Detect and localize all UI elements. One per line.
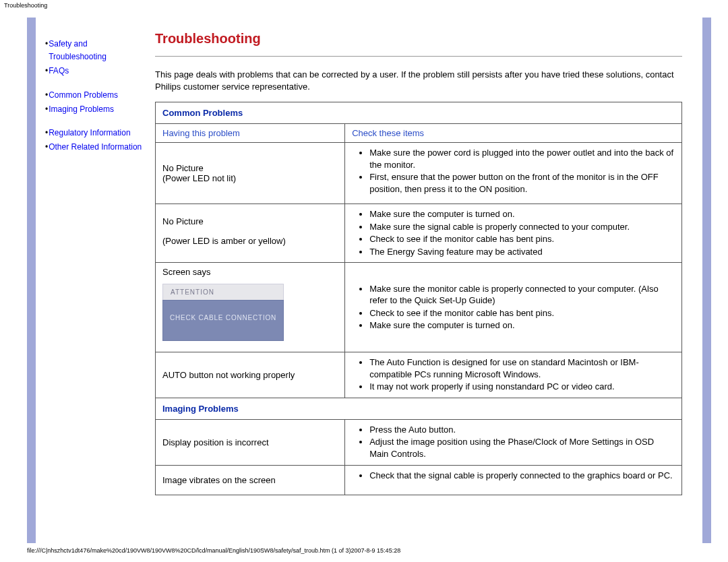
check-cell: The Auto Function is designed for use on… — [345, 352, 682, 398]
check-cell: Make sure the computer is turned on. Mak… — [345, 204, 682, 263]
check-cell: Press the Auto button. Adjust the image … — [345, 419, 682, 465]
table-row: Screen says ATTENTION CHECK CABLE CONNEC… — [156, 263, 682, 352]
problem-cell: No Picture (Power LED not lit) — [156, 143, 345, 204]
sidebar-link-regulatory[interactable]: Regulatory Information — [49, 127, 130, 139]
page-wrap: • Safety and Troubleshooting • FAQs • Co… — [0, 11, 728, 554]
check-item: The Auto Function is designed for use on… — [369, 356, 675, 380]
sidebar-item-regulatory[interactable]: • Regulatory Information — [45, 127, 144, 139]
header-right: Check these items — [345, 124, 682, 143]
problem-cell: Image vibrates on the screen — [156, 465, 345, 495]
check-item: It may not work properly if using nonsta… — [369, 381, 675, 393]
check-cell: Check that the signal cable is properly … — [345, 465, 682, 495]
problem-text: Screen says — [162, 267, 338, 277]
section-row-imaging: Imaging Problems — [156, 398, 682, 419]
check-item: Press the Auto button. — [369, 424, 675, 436]
check-item: First, ensure that the power button on t… — [369, 171, 675, 195]
problem-text: No Picture — [162, 216, 338, 226]
table-row: No Picture (Power LED is amber or yellow… — [156, 204, 682, 263]
sidebar-item-safety[interactable]: • Safety and Troubleshooting — [45, 38, 144, 63]
problem-cell: Display position is incorrect — [156, 419, 345, 465]
check-cell: Make sure the monitor cable is properly … — [345, 263, 682, 352]
problem-text: (Power LED is amber or yellow) — [162, 236, 338, 246]
sidebar-item-other[interactable]: • Other Related Information — [45, 141, 144, 154]
check-item: Make sure the monitor cable is properly … — [369, 283, 675, 307]
check-item: Check to see if the monitor cable has be… — [369, 233, 675, 245]
check-item: Check to see if the monitor cable has be… — [369, 307, 675, 319]
problem-text: (Power LED not lit) — [162, 173, 338, 183]
attention-box: ATTENTION CHECK CABLE CONNECTION — [162, 284, 284, 341]
section-common: Common Problems — [156, 102, 682, 124]
content-frame: • Safety and Troubleshooting • FAQs • Co… — [27, 18, 711, 543]
table-row: Image vibrates on the screen Check that … — [156, 465, 682, 495]
sidebar-item-common[interactable]: • Common Problems — [45, 89, 144, 102]
check-item: Make sure the computer is turned on. — [369, 208, 675, 220]
sidebar-link-common[interactable]: Common Problems — [49, 89, 118, 102]
sidebar-link-other[interactable]: Other Related Information — [49, 141, 142, 154]
problem-cell: Screen says ATTENTION CHECK CABLE CONNEC… — [156, 263, 345, 352]
table-row: No Picture (Power LED not lit) Make sure… — [156, 143, 682, 204]
table-row: AUTO button not working properly The Aut… — [156, 352, 682, 398]
sidebar: • Safety and Troubleshooting • FAQs • Co… — [36, 18, 148, 543]
sidebar-item-faqs[interactable]: • FAQs — [45, 65, 144, 77]
check-item: Check that the signal cable is properly … — [369, 470, 675, 482]
check-item: Make sure the power cord is plugged into… — [369, 147, 675, 170]
problem-text: AUTO button not working properly — [162, 370, 338, 380]
top-label: Troubleshooting — [0, 0, 728, 11]
check-item: Make sure the signal cable is properly c… — [369, 221, 675, 233]
check-item: Adjust the image position using the Phas… — [369, 436, 675, 460]
divider — [155, 56, 682, 57]
attention-label: ATTENTION — [162, 284, 284, 300]
table-row: Display position is incorrect Press the … — [156, 419, 682, 465]
check-item: The Energy Saving feature may be activat… — [369, 246, 675, 258]
sidebar-link-faqs[interactable]: FAQs — [49, 65, 69, 77]
footer-path: file:///C|nhszhctv1dt476/make%20cd/190VW… — [27, 543, 711, 554]
check-item: Make sure the computer is turned on. — [369, 319, 675, 332]
sidebar-item-imaging[interactable]: • Imaging Problems — [45, 103, 144, 116]
troubleshooting-table: Common Problems Having this problem Chec… — [155, 102, 682, 495]
problem-text: Display position is incorrect — [162, 437, 338, 447]
problem-cell: No Picture (Power LED is amber or yellow… — [156, 204, 345, 263]
header-row: Having this problem Check these items — [156, 124, 682, 143]
section-imaging: Imaging Problems — [156, 398, 682, 419]
section-row-common: Common Problems — [156, 102, 682, 124]
problem-cell: AUTO button not working properly — [156, 352, 345, 398]
main-content: Troubleshooting This page deals with pro… — [148, 18, 702, 543]
problem-text: No Picture — [162, 163, 338, 173]
header-left: Having this problem — [156, 124, 345, 143]
problem-text: Image vibrates on the screen — [162, 475, 338, 485]
attention-body: CHECK CABLE CONNECTION — [162, 300, 284, 341]
sidebar-link-safety[interactable]: Safety and Troubleshooting — [49, 38, 144, 63]
check-cell: Make sure the power cord is plugged into… — [345, 143, 682, 204]
sidebar-link-imaging[interactable]: Imaging Problems — [49, 103, 114, 116]
page-title: Troubleshooting — [155, 31, 682, 46]
intro-text: This page deals with problems that can b… — [155, 69, 682, 92]
